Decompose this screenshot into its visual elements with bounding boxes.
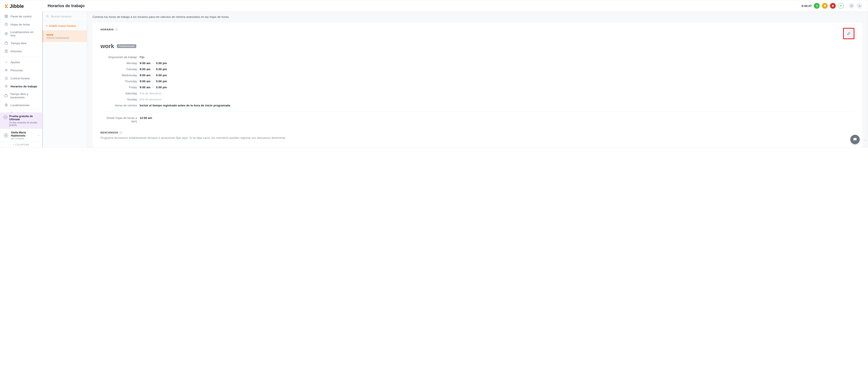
sidebar-item-live-locations[interactable]: Localizaciones en vivo bbox=[0, 28, 42, 39]
user-company: abc company bbox=[11, 137, 36, 140]
sidebar-item-locations[interactable]: Localizaciones bbox=[0, 101, 42, 109]
sidebar-item-time-control[interactable]: Control horario bbox=[0, 74, 42, 82]
break-button[interactable] bbox=[822, 3, 828, 9]
schedule-item-badge: PREDETERMINADO bbox=[46, 37, 83, 39]
sidebar-item-settings[interactable]: Ajustes bbox=[0, 58, 42, 66]
svg-point-11 bbox=[6, 86, 7, 87]
trial-title: Prueba gratuita de Ultimate bbox=[9, 115, 39, 121]
add-schedule-button[interactable]: + Añadir nuevo horario bbox=[42, 21, 87, 30]
day-rest: Día de descanso bbox=[140, 92, 162, 95]
day-label: Monday bbox=[100, 62, 140, 65]
sidebar-item-vacation[interactable]: Tiempo libre y vacaciones bbox=[0, 90, 42, 101]
logo[interactable]: Jibble bbox=[0, 0, 42, 12]
svg-point-8 bbox=[5, 69, 6, 70]
schedule-icon bbox=[4, 84, 8, 88]
schedule-card: HORARIO i work Predeterminado bbox=[92, 23, 862, 147]
briefcase-icon bbox=[4, 41, 8, 45]
info-icon[interactable]: i bbox=[120, 131, 122, 134]
add-person-button[interactable] bbox=[838, 3, 844, 9]
section-label-horario: HORARIO i bbox=[100, 28, 118, 31]
svg-point-13 bbox=[6, 104, 7, 105]
arrangement-value: Fijo bbox=[140, 56, 144, 59]
svg-rect-2 bbox=[5, 16, 6, 18]
sidebar-item-work-schedules[interactable]: Horarios de trabajo bbox=[0, 82, 42, 90]
edit-button[interactable] bbox=[845, 30, 853, 38]
sidebar-item-label: Tiempo libre bbox=[10, 42, 26, 45]
svg-rect-3 bbox=[6, 16, 8, 18]
day-label: Wednesday bbox=[100, 73, 140, 77]
split-label: Dividir hojas de horas a la(s) bbox=[100, 116, 140, 123]
sidebar-item-timesheets[interactable]: Hojas de horas bbox=[0, 20, 42, 28]
pin-icon bbox=[4, 103, 8, 107]
search-box[interactable] bbox=[42, 12, 87, 21]
main-content: Conecta tus horas de trabajo a los horar… bbox=[87, 12, 868, 147]
location-icon bbox=[4, 32, 8, 36]
svg-point-5 bbox=[6, 33, 7, 34]
day-rest: Día de descanso bbox=[140, 98, 162, 101]
edit-highlight bbox=[843, 28, 854, 39]
sidebar-item-label: Localizaciones bbox=[10, 103, 30, 107]
sidebar-item-time-off[interactable]: Tiempo libre bbox=[0, 39, 42, 47]
topbar: Horarios de trabajo 0:44:47 bbox=[42, 0, 868, 12]
day-hours: 9:00 am-5:00 pm bbox=[140, 79, 167, 83]
time-control-icon bbox=[4, 76, 8, 80]
svg-rect-0 bbox=[5, 15, 6, 16]
sidebar-item-label: Tiempo libre y vacaciones bbox=[10, 92, 38, 99]
jibble-in-button[interactable] bbox=[814, 3, 820, 9]
trial-subtitle: 19 días restantes de prueba gratuita. bbox=[9, 122, 39, 126]
sidebar: Jibble Panel de control Hojas de horas L… bbox=[0, 0, 42, 147]
clock-icon bbox=[4, 22, 8, 26]
day-hours: 9:00 am-5:00 pm bbox=[140, 86, 167, 89]
trial-banner[interactable]: 19 Prueba gratuita de Ultimate 19 días r… bbox=[0, 112, 42, 129]
day-label: Thursday bbox=[100, 79, 140, 83]
schedule-list-item[interactable]: work PREDETERMINADO bbox=[42, 30, 87, 42]
dashboard-icon bbox=[4, 14, 8, 18]
schedule-list-panel: + Añadir nuevo horario work PREDETERMINA… bbox=[42, 12, 87, 147]
sidebar-item-label: Informes bbox=[10, 49, 22, 53]
user-menu[interactable]: S Stella Maria Hadiwinoto abc company › bbox=[0, 129, 42, 142]
sidebar-item-label: Personas bbox=[10, 69, 23, 72]
profile-button[interactable] bbox=[857, 3, 862, 9]
avatar: S bbox=[3, 133, 9, 138]
default-pill: Predeterminado bbox=[117, 44, 136, 48]
svg-point-16 bbox=[840, 5, 841, 6]
info-icon[interactable]: i bbox=[115, 28, 118, 31]
payroll-label: Horas de nómina bbox=[100, 104, 140, 107]
sidebar-item-dashboard[interactable]: Panel de control bbox=[0, 12, 42, 20]
people-icon bbox=[4, 68, 8, 72]
svg-rect-12 bbox=[5, 95, 7, 97]
arrangement-label: Disposición de trabajo bbox=[100, 56, 140, 59]
payroll-value: Incluir el tiempo registrado antes de la… bbox=[140, 104, 230, 107]
stop-button[interactable] bbox=[830, 3, 836, 9]
chevron-right-icon: › bbox=[38, 133, 39, 137]
collapse-label: COLAPSAR bbox=[16, 143, 29, 146]
user-name: Stella Maria Hadiwinoto bbox=[11, 131, 36, 137]
schedule-item-name: work bbox=[46, 33, 83, 36]
sidebar-item-label: Control horario bbox=[10, 77, 30, 80]
topbar-right: 0:44:47 bbox=[802, 3, 862, 9]
svg-rect-15 bbox=[832, 5, 834, 6]
sidebar-item-get-app[interactable]: Consigue la aplicación bbox=[0, 109, 42, 112]
day-label: Saturday bbox=[100, 92, 140, 95]
scrollbar[interactable] bbox=[42, 12, 43, 147]
page-title: Horarios de trabajo bbox=[48, 4, 85, 8]
day-hours: 9:00 am-5:00 pm bbox=[140, 62, 167, 65]
next-arrow[interactable]: › bbox=[865, 138, 866, 142]
sidebar-item-reports[interactable]: Informes bbox=[0, 47, 42, 55]
collapse-button[interactable]: «COLAPSAR bbox=[0, 142, 42, 147]
add-schedule-label: Añadir nuevo horario bbox=[49, 24, 76, 28]
chevron-up-icon bbox=[4, 60, 8, 64]
svg-point-19 bbox=[46, 15, 48, 17]
chat-button[interactable] bbox=[850, 135, 860, 144]
plus-icon: + bbox=[46, 24, 48, 28]
search-input[interactable] bbox=[51, 15, 83, 18]
sidebar-item-label: Horarios de trabajo bbox=[10, 85, 37, 88]
day-hours: 9:00 am-5:00 pm bbox=[140, 68, 167, 71]
split-value: 12:00 am bbox=[140, 116, 152, 123]
svg-point-9 bbox=[7, 69, 7, 70]
help-button[interactable] bbox=[848, 3, 854, 9]
day-hours: 9:00 am-5:00 pm bbox=[140, 73, 167, 77]
section-label-descansos: DESCANSOS i bbox=[100, 131, 854, 134]
sidebar-item-people[interactable]: Personas bbox=[0, 66, 42, 74]
svg-rect-1 bbox=[6, 15, 8, 16]
